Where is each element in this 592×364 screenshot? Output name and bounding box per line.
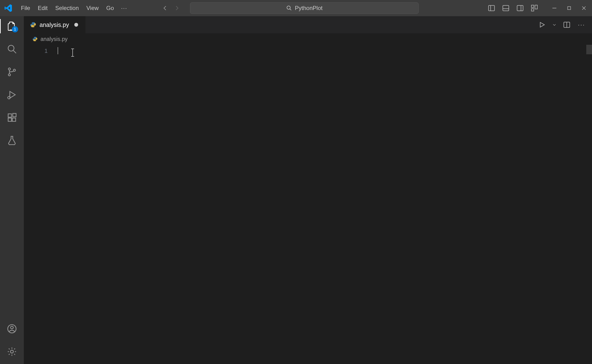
vscode-logo-icon [4,4,13,13]
svg-point-27 [11,326,13,329]
nav-arrows [161,4,181,12]
svg-rect-11 [535,5,537,9]
svg-rect-9 [532,5,534,8]
menu-file[interactable]: File [17,3,34,13]
toggle-primary-sidebar-icon[interactable] [487,3,496,13]
activity-extensions[interactable] [6,112,18,123]
svg-point-0 [287,6,290,9]
activity-testing[interactable] [6,135,18,146]
search-icon [286,5,292,11]
menu-bar: File Edit Selection View Go ··· [17,3,130,13]
svg-rect-7 [517,6,523,11]
command-center[interactable]: PythonPlot [190,2,419,14]
svg-rect-22 [8,114,11,117]
tab-label: analysis.py [39,21,69,28]
activity-search[interactable] [6,43,18,55]
window-minimize-icon[interactable] [550,4,559,12]
activity-accounts[interactable] [6,323,18,334]
activity-settings[interactable] [6,346,18,357]
titlebar: File Edit Selection View Go ··· PythonPl… [0,0,592,16]
svg-point-14 [8,45,14,51]
python-file-icon [33,36,38,42]
activity-bar: 1 [0,16,24,364]
menu-edit[interactable]: Edit [34,3,52,13]
text-caret-icon [58,47,58,54]
tab-analysis-py[interactable]: analysis.py [24,16,86,33]
code-content[interactable] [57,45,592,364]
python-file-icon [30,22,36,28]
svg-rect-10 [532,9,534,11]
run-file-icon[interactable] [537,20,547,30]
breadcrumb-item[interactable]: analysis.py [40,36,68,42]
customize-layout-icon[interactable] [530,3,539,13]
svg-rect-5 [503,6,509,11]
svg-rect-24 [12,118,16,121]
nav-forward-icon[interactable] [173,4,181,12]
svg-rect-13 [568,7,571,10]
svg-rect-25 [13,114,16,117]
activity-scm[interactable] [6,66,18,78]
svg-point-17 [8,74,11,76]
window-maximize-icon[interactable] [565,4,573,12]
nav-back-icon[interactable] [161,4,169,12]
toggle-panel-icon[interactable] [501,3,511,13]
breadcrumbs[interactable]: analysis.py [24,33,592,45]
menu-view[interactable]: View [83,3,103,13]
activity-explorer[interactable]: 1 [6,20,18,32]
activity-run-debug[interactable] [6,89,18,100]
code-editor[interactable]: 1 [24,45,592,364]
split-editor-icon[interactable] [561,20,572,30]
editor-more-actions-icon[interactable]: ··· [576,20,587,30]
line-number: 1 [24,47,48,55]
run-dropdown-icon[interactable] [552,20,557,30]
svg-point-16 [8,68,11,70]
editor-area: analysis.py ··· analysis. [24,16,592,364]
menu-selection[interactable]: Selection [52,3,83,13]
mouse-ibeam-cursor-icon [72,49,73,56]
svg-line-15 [13,50,16,53]
editor-actions: ··· [537,16,592,33]
menu-go[interactable]: Go [102,3,118,13]
svg-point-18 [13,69,15,72]
tab-dirty-indicator-icon [74,23,78,27]
toggle-secondary-sidebar-icon[interactable] [515,3,525,13]
svg-line-1 [290,9,291,10]
menu-more[interactable]: ··· [118,3,130,13]
svg-point-28 [11,350,13,353]
tab-bar: analysis.py ··· [24,16,592,33]
titlebar-right [487,3,588,13]
command-center-text: PythonPlot [295,5,322,11]
window-controls [550,4,588,12]
gutter: 1 [24,45,57,364]
explorer-badge: 1 [12,26,18,32]
window-close-icon[interactable] [580,4,588,12]
svg-rect-23 [8,118,11,121]
